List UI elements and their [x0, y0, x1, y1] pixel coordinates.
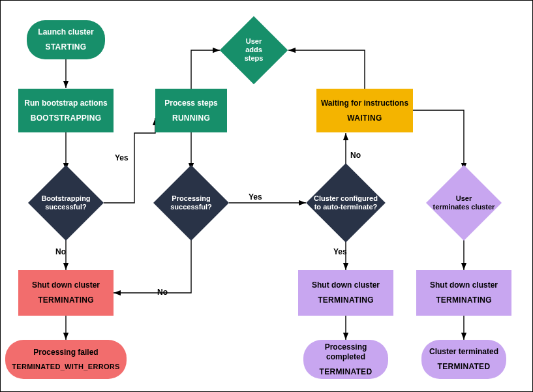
edge-auto-no: No [350, 151, 361, 160]
node-terminating-fail-state: TERMINATING [38, 295, 94, 305]
node-terminated-user: Cluster terminated TERMINATED [421, 340, 506, 379]
node-process-state: RUNNING [172, 113, 210, 123]
node-terminated-errors: Processing failed TERMINATED_WITH_ERRORS [5, 340, 127, 379]
node-terminating-user-title: Shut down cluster [430, 280, 498, 290]
edge-auto-yes: Yes [333, 247, 347, 256]
edge-proc-no: No [157, 288, 168, 297]
node-process: Process steps RUNNING [155, 89, 227, 132]
node-terminating-user: Shut down cluster TERMINATING [416, 270, 511, 316]
node-process-title: Process steps [164, 98, 217, 108]
node-terminated-ok-state: TERMINATED [320, 367, 373, 377]
edge-proc-yes: Yes [249, 192, 262, 202]
node-terminating-user-state: TERMINATING [436, 295, 492, 305]
node-terminated-errors-title: Processing failed [33, 348, 98, 357]
node-terminated-ok-title: Processing completed [306, 342, 386, 362]
node-waiting-state: WAITING [347, 113, 382, 123]
node-bootstrap-title: Run bootstrap actions [24, 98, 107, 108]
node-bootstrap-state: BOOTSTRAPPING [31, 113, 102, 123]
node-terminating-fail: Shut down cluster TERMINATING [18, 270, 114, 316]
node-terminated-user-title: Cluster terminated [429, 347, 498, 357]
node-start-state: STARTING [46, 42, 87, 52]
node-terminating-ok-state: TERMINATING [318, 295, 374, 305]
node-terminated-ok: Processing completed TERMINATED [303, 340, 388, 379]
node-waiting: Waiting for instructions WAITING [316, 89, 413, 132]
edge-boot-no: No [55, 247, 66, 256]
edge-boot-yes: Yes [115, 153, 129, 162]
node-waiting-title: Waiting for instructions [321, 98, 408, 108]
node-bootstrap: Run bootstrap actions BOOTSTRAPPING [18, 89, 114, 132]
node-terminated-errors-state: TERMINATED_WITH_ERRORS [12, 363, 119, 372]
node-terminating-ok: Shut down cluster TERMINATING [298, 270, 393, 316]
node-terminating-fail-title: Shut down cluster [32, 280, 100, 290]
flowchart-canvas: Launch cluster STARTING Run bootstrap ac… [0, 0, 533, 392]
node-terminating-ok-title: Shut down cluster [312, 280, 380, 290]
node-terminated-user-state: TERMINATED [438, 362, 491, 372]
node-start: Launch cluster STARTING [27, 20, 105, 59]
node-start-title: Launch cluster [38, 27, 93, 37]
